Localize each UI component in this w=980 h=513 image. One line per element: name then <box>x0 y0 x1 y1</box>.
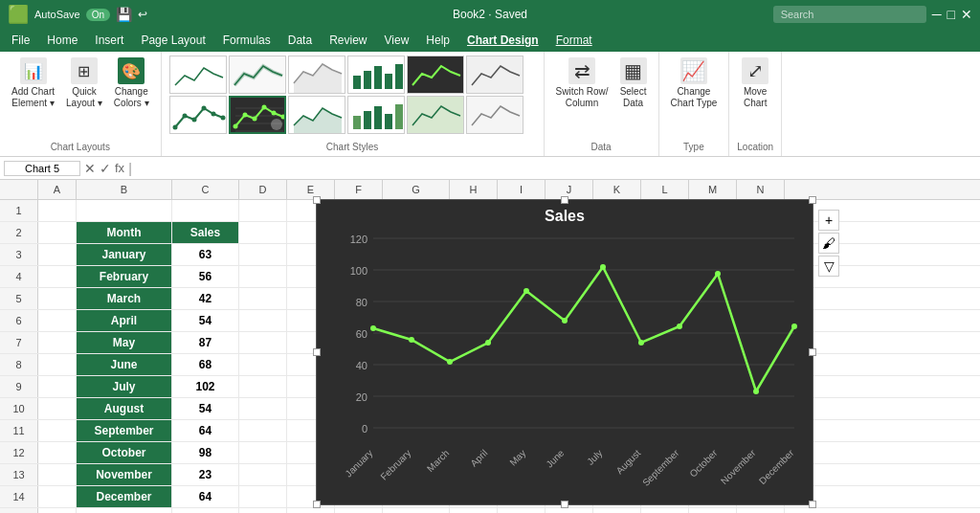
insert-function-icon[interactable]: fx <box>115 161 124 176</box>
chart-style-5[interactable] <box>407 56 464 94</box>
cell-b5[interactable]: March <box>77 288 172 309</box>
menu-chart-design[interactable]: Chart Design <box>459 32 546 49</box>
autosave-toggle[interactable]: On <box>86 9 110 21</box>
col-header-n[interactable]: N <box>737 180 785 199</box>
cell-d12[interactable] <box>239 442 287 463</box>
cell-d7[interactable] <box>239 332 287 353</box>
cell-d4[interactable] <box>239 266 287 287</box>
cell-c3[interactable]: 63 <box>172 244 239 265</box>
menu-data[interactable]: Data <box>280 32 320 49</box>
cell-b15[interactable] <box>77 508 172 513</box>
cell-b8[interactable]: June <box>77 354 172 375</box>
cell-m15[interactable] <box>689 508 737 513</box>
name-box[interactable] <box>4 161 80 176</box>
cell-a14[interactable] <box>38 486 77 507</box>
cell-d13[interactable] <box>239 464 287 485</box>
cell-c1[interactable] <box>172 200 239 221</box>
menu-page-layout[interactable]: Page Layout <box>133 32 212 49</box>
switch-row-column-button[interactable]: ⇄ Switch Row/Column <box>552 56 612 111</box>
handle-bl[interactable] <box>313 501 321 508</box>
cell-b11[interactable]: September <box>77 420 172 441</box>
handle-tl[interactable] <box>313 196 321 204</box>
cell-b13[interactable]: November <box>77 464 172 485</box>
col-header-m[interactable]: M <box>689 180 737 199</box>
cell-a8[interactable] <box>38 354 77 375</box>
menu-file[interactable]: File <box>4 32 37 49</box>
col-header-a[interactable]: A <box>38 180 77 199</box>
handle-bc[interactable] <box>561 501 568 508</box>
handle-mr[interactable] <box>809 348 816 356</box>
cell-a5[interactable] <box>38 288 77 309</box>
close-icon[interactable]: ✕ <box>961 7 972 22</box>
cell-l15[interactable] <box>641 508 689 513</box>
cell-b12[interactable]: October <box>77 442 172 463</box>
cell-b9[interactable]: July <box>77 376 172 397</box>
cell-a1[interactable] <box>38 200 77 221</box>
chart-style-8[interactable]: Style 11 <box>229 96 286 134</box>
cell-d5[interactable] <box>239 288 287 309</box>
cell-c6[interactable]: 54 <box>172 310 239 331</box>
cell-c7[interactable]: 87 <box>172 332 239 353</box>
chart-style-3[interactable] <box>288 56 345 94</box>
handle-tr[interactable] <box>809 196 816 204</box>
chart-style-12[interactable] <box>466 96 523 134</box>
search-input[interactable] <box>773 6 926 23</box>
cell-c14[interactable]: 64 <box>172 486 239 507</box>
cell-d8[interactable] <box>239 354 287 375</box>
cell-d6[interactable] <box>239 310 287 331</box>
menu-view[interactable]: View <box>377 32 417 49</box>
cell-c8[interactable]: 68 <box>172 354 239 375</box>
cell-c2[interactable]: Sales <box>172 222 239 243</box>
restore-icon[interactable]: □ <box>947 7 955 22</box>
cell-b2[interactable]: Month <box>77 222 172 243</box>
cell-a4[interactable] <box>38 266 77 287</box>
cell-a7[interactable] <box>38 332 77 353</box>
cell-c9[interactable]: 102 <box>172 376 239 397</box>
menu-review[interactable]: Review <box>322 32 374 49</box>
cell-b14[interactable]: December <box>77 486 172 507</box>
change-colors-button[interactable]: 🎨 ChangeColors ▾ <box>110 56 153 111</box>
cell-a2[interactable] <box>38 222 77 243</box>
cell-b10[interactable]: August <box>77 398 172 419</box>
chart-style-4[interactable] <box>347 56 405 94</box>
menu-insert[interactable]: Insert <box>87 32 131 49</box>
enter-formula-icon[interactable]: ✓ <box>100 161 111 176</box>
chart-style-9[interactable] <box>288 96 345 134</box>
cell-n15[interactable] <box>737 508 785 513</box>
cell-f15[interactable] <box>335 508 383 513</box>
col-header-g[interactable]: G <box>383 180 450 199</box>
cell-c11[interactable]: 64 <box>172 420 239 441</box>
cancel-formula-icon[interactable]: ✕ <box>84 161 96 176</box>
cell-d9[interactable] <box>239 376 287 397</box>
col-header-l[interactable]: L <box>641 180 689 199</box>
col-header-j[interactable]: J <box>546 180 593 199</box>
minimize-icon[interactable]: ─ <box>932 7 942 22</box>
chart-style-btn[interactable]: 🖌 <box>818 233 839 254</box>
cell-d10[interactable] <box>239 398 287 419</box>
cell-b3[interactable]: January <box>77 244 172 265</box>
menu-formulas[interactable]: Formulas <box>215 32 278 49</box>
cell-c12[interactable]: 98 <box>172 442 239 463</box>
col-header-e[interactable]: E <box>287 180 335 199</box>
quick-layout-button[interactable]: ⊞ QuickLayout ▾ <box>62 56 106 111</box>
handle-ml[interactable] <box>313 348 321 356</box>
col-header-h[interactable]: H <box>450 180 498 199</box>
col-header-k[interactable]: K <box>593 180 641 199</box>
cell-a10[interactable] <box>38 398 77 419</box>
chart-add-element-btn[interactable]: + <box>818 210 839 231</box>
chart-filter-btn[interactable]: ▽ <box>818 256 839 277</box>
cell-d15[interactable] <box>239 508 287 513</box>
chart-style-11[interactable] <box>407 96 464 134</box>
menu-format[interactable]: Format <box>548 32 600 49</box>
cell-a11[interactable] <box>38 420 77 441</box>
change-chart-type-button[interactable]: 📈 ChangeChart Type <box>667 56 722 111</box>
handle-br[interactable] <box>809 501 816 508</box>
chart-style-7[interactable] <box>169 96 227 134</box>
cell-b4[interactable]: February <box>77 266 172 287</box>
add-chart-element-button[interactable]: 📊 Add ChartElement ▾ <box>8 56 58 111</box>
cell-c15[interactable] <box>172 508 239 513</box>
col-header-f[interactable]: F <box>335 180 383 199</box>
handle-tc[interactable] <box>561 196 568 204</box>
cell-h15[interactable] <box>450 508 498 513</box>
menu-home[interactable]: Home <box>39 32 85 49</box>
